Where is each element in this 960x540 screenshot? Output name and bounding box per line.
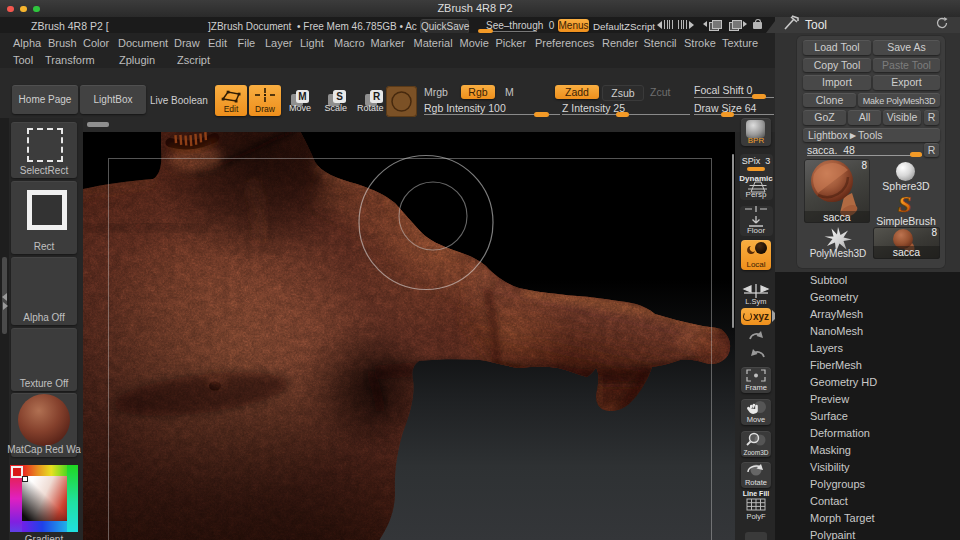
svg-text:S: S — [898, 193, 911, 216]
